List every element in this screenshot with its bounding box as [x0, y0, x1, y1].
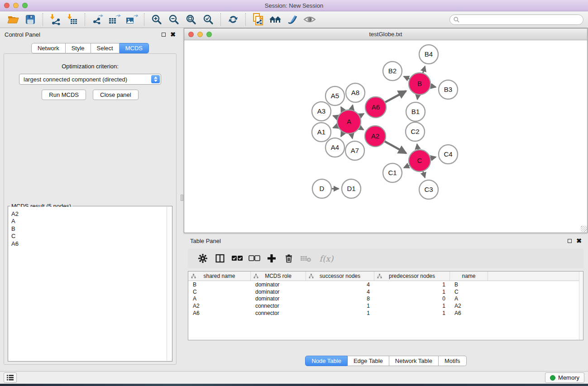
search-field[interactable] [449, 14, 583, 25]
edge-A-A1[interactable] [333, 126, 338, 128]
node-a3[interactable]: A3 [312, 102, 331, 121]
network-close-button[interactable] [188, 32, 194, 37]
node-d1[interactable]: D1 [342, 179, 361, 198]
zoom-out-icon[interactable] [165, 12, 182, 27]
node-b2[interactable]: B2 [383, 62, 402, 81]
close-panel-icon[interactable]: ✖ [170, 33, 176, 37]
cell-shared-name[interactable]: A6 [188, 310, 251, 316]
result-item-c[interactable]: C [11, 233, 164, 240]
tab-edge-table[interactable]: Edge Table [348, 356, 389, 366]
close-panel-button[interactable]: Close panel [93, 90, 139, 100]
table-row-a2[interactable]: A2connector11A2 [188, 302, 583, 310]
edge-B-B1[interactable] [417, 95, 418, 100]
duplicate-network-icon[interactable] [249, 12, 267, 27]
import-network-icon[interactable] [47, 12, 64, 27]
result-item-a[interactable]: A [11, 218, 164, 225]
cell-name[interactable]: A2 [450, 303, 488, 309]
zoom-selected-icon[interactable] [200, 12, 217, 27]
table-row-a6[interactable]: A6connector11A6 [188, 310, 583, 317]
cell-successor-nodes[interactable]: 1 [306, 310, 374, 316]
network-canvas[interactable]: B4B2BB3A5A8A6A3B1AA1C2A2A4A7C4CC1C3DD1 [184, 40, 587, 232]
edge-B-B4[interactable] [423, 67, 425, 73]
result-item-a6[interactable]: A6 [11, 240, 164, 248]
cell-successor-nodes[interactable]: 4 [306, 289, 374, 295]
apply-layout-icon[interactable] [225, 12, 242, 27]
edge-A-A4[interactable] [341, 133, 343, 137]
close-window-button[interactable] [4, 3, 10, 8]
search-input[interactable] [462, 16, 579, 23]
float-panel-icon[interactable] [162, 33, 166, 37]
node-c2[interactable]: C2 [406, 122, 425, 141]
tab-style[interactable]: Style [66, 43, 91, 53]
mcds-result-list[interactable]: A2ABCA6 [9, 207, 167, 361]
import-table-icon[interactable] [64, 12, 81, 27]
panel-splitter-handle[interactable] [181, 195, 183, 201]
zoom-window-button[interactable] [22, 3, 28, 8]
cell-mcds-role[interactable]: connector [251, 303, 306, 309]
zoom-fit-icon[interactable] [182, 12, 200, 27]
cell-shared-name[interactable]: B [188, 281, 251, 288]
edge-A2-C[interactable] [385, 142, 406, 153]
edge-A-A7[interactable] [351, 134, 352, 138]
table-scrollbar[interactable] [579, 272, 583, 340]
tab-node-table[interactable]: Node Table [305, 356, 348, 366]
tab-motifs[interactable]: Motifs [439, 356, 467, 366]
edge-A-A6[interactable] [360, 114, 364, 116]
optimization-dropdown[interactable]: largest connected component (directed) [19, 74, 161, 85]
node-b[interactable]: B [409, 73, 430, 95]
edge-C-C3[interactable] [423, 172, 425, 178]
tab-select[interactable]: Select [91, 43, 120, 53]
network-window-titlebar[interactable]: testGlobe.txt [184, 29, 587, 40]
home-icon[interactable] [267, 12, 284, 27]
export-table-icon[interactable] [106, 12, 123, 27]
edge-C-C4[interactable] [430, 157, 435, 158]
node-a2[interactable]: A2 [365, 126, 386, 147]
edge-A6-B[interactable] [385, 91, 406, 102]
zoom-in-icon[interactable] [148, 12, 165, 27]
column-header-name[interactable]: name [450, 272, 488, 281]
table-row-b[interactable]: Bdominator41B [188, 281, 583, 288]
cell-mcds-role[interactable]: connector [251, 310, 306, 316]
minimize-window-button[interactable] [13, 3, 19, 8]
edge-C-C2[interactable] [417, 144, 418, 150]
edge-A-A3[interactable] [333, 116, 338, 118]
window-resize-grip[interactable] [581, 226, 587, 232]
close-table-panel-icon[interactable]: ✖ [576, 239, 582, 243]
node-d[interactable]: D [312, 179, 331, 198]
node-a4[interactable]: A4 [325, 138, 344, 157]
node-a6[interactable]: A6 [365, 97, 386, 118]
edge-A-A2[interactable] [360, 128, 363, 130]
cell-shared-name[interactable]: A2 [188, 303, 251, 309]
column-header-mcds-role[interactable]: MCDS role [251, 272, 306, 281]
run-mcds-button[interactable]: Run MCDS [42, 90, 86, 100]
node-a[interactable]: A [337, 110, 361, 133]
table-row-a[interactable]: Adominator80A [188, 295, 583, 303]
cell-predecessor-nodes[interactable]: 1 [374, 281, 450, 288]
node-b1[interactable]: B1 [406, 102, 425, 121]
cell-name[interactable]: A [450, 295, 488, 302]
column-header-predecessor-nodes[interactable]: predecessor nodes [374, 272, 450, 281]
edge-C-C1[interactable] [404, 165, 409, 167]
edge-A-A5[interactable] [341, 107, 343, 111]
cell-mcds-role[interactable]: dominator [251, 281, 306, 288]
export-image-icon[interactable] [123, 12, 140, 27]
cell-successor-nodes[interactable]: 1 [306, 303, 374, 309]
cell-successor-nodes[interactable]: 8 [306, 295, 374, 302]
node-c1[interactable]: C1 [383, 163, 402, 182]
table-options-gear-icon[interactable] [194, 250, 211, 267]
float-table-panel-icon[interactable] [568, 239, 572, 243]
node-b3[interactable]: B3 [439, 80, 458, 99]
cell-predecessor-nodes[interactable]: 1 [374, 303, 450, 309]
tab-network[interactable]: Network [31, 43, 66, 53]
show-columns-icon[interactable] [211, 250, 229, 267]
column-header-shared-name[interactable]: shared name [188, 272, 251, 281]
edge-A-A8[interactable] [352, 105, 353, 110]
export-network-icon[interactable] [89, 12, 106, 27]
cell-name[interactable]: C [450, 289, 488, 295]
tab-mcds[interactable]: MCDS [120, 43, 149, 53]
edge-B-B2[interactable] [404, 76, 409, 79]
save-session-icon[interactable] [22, 12, 39, 27]
task-history-button[interactable] [4, 372, 17, 383]
select-all-checkboxes-icon[interactable] [229, 250, 246, 267]
cell-predecessor-nodes[interactable]: 1 [374, 289, 450, 295]
